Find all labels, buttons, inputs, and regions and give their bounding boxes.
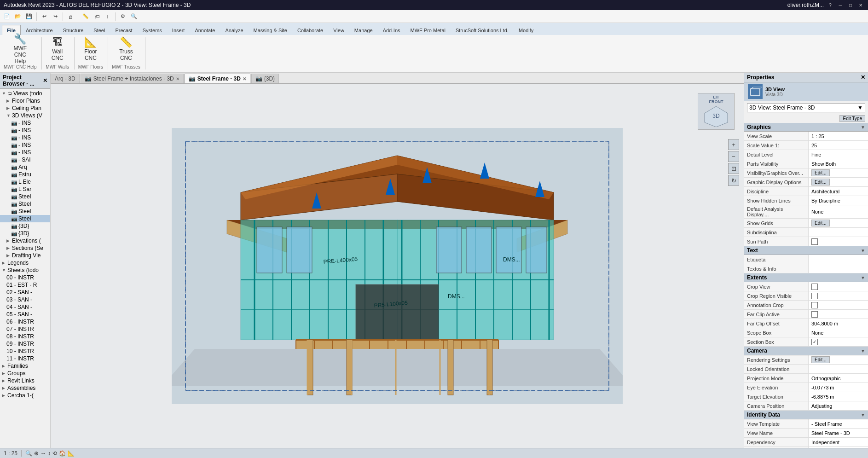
tree-legends[interactable]: ▶ Legends xyxy=(0,259,50,267)
tree-groups[interactable]: ▶ Groups xyxy=(0,370,50,377)
crop-view-checkbox[interactable] xyxy=(811,284,818,290)
tree-sheet-01[interactable]: 01 - EST - R xyxy=(0,281,50,289)
tree-views-root[interactable]: ▼ 🗂 Views (todo xyxy=(0,90,50,97)
tab-3d[interactable]: 📷 {3D} xyxy=(251,74,279,83)
panel-close-icon[interactable]: ✕ xyxy=(43,77,47,84)
tree-families[interactable]: ▶ Families xyxy=(0,362,50,370)
maximize-button[interactable]: □ xyxy=(847,1,854,9)
truss-cnc-button[interactable]: 📏 Truss CNC xyxy=(114,37,138,61)
redo-button[interactable]: ↪ xyxy=(50,12,60,22)
tree-sheet-09[interactable]: 09 - INSTR xyxy=(0,340,50,348)
tree-l-ele[interactable]: 📷 L Ele xyxy=(0,178,50,186)
tree-3d-1[interactable]: 📷 {3D} xyxy=(0,222,50,230)
tree-sheet-00[interactable]: 00 - INSTR xyxy=(0,274,50,281)
status-icon-1[interactable]: 🔍 xyxy=(25,450,32,457)
tab-systems[interactable]: Systems xyxy=(138,25,167,35)
prop-value-eye-elevation[interactable]: -0.0773 m xyxy=(809,383,868,392)
tab-analyze[interactable]: Analyze xyxy=(220,25,248,35)
tab-manage[interactable]: Manage xyxy=(349,25,378,35)
tab-close-steel-frame[interactable]: ✕ xyxy=(243,76,246,81)
view-type-dropdown[interactable]: 3D View: Steel Frame - 3D ▼ xyxy=(747,103,865,112)
undo-button[interactable]: ↩ xyxy=(39,12,49,22)
prop-value-show-hidden-lines[interactable]: By Discipline xyxy=(809,196,868,205)
section-header-camera[interactable]: Camera ▼ xyxy=(744,347,868,355)
tree-sheets[interactable]: ▼ Sheets (todo xyxy=(0,267,50,274)
tree-ins-1[interactable]: 📷 - INS xyxy=(0,119,50,127)
prop-value-view-scale[interactable]: 1 : 25 xyxy=(809,132,868,140)
tree-sheet-07[interactable]: 07 - INSTR xyxy=(0,325,50,333)
measure-button[interactable]: 📏 xyxy=(81,12,91,22)
zoom-in-button[interactable]: + xyxy=(728,139,739,150)
sun-path-checkbox[interactable] xyxy=(811,238,818,245)
print-button[interactable]: 🖨 xyxy=(65,12,75,22)
tree-sheet-04[interactable]: 04 - SAN - xyxy=(0,303,50,311)
help-button[interactable]: ? xyxy=(827,1,834,9)
far-clip-active-checkbox[interactable] xyxy=(811,311,818,318)
tree-assemblies[interactable]: ▶ Assemblies xyxy=(0,384,50,392)
tab-annotate[interactable]: Annotate xyxy=(190,25,220,35)
tree-l-sar[interactable]: 📷 L Sar xyxy=(0,186,50,193)
prop-value-camera-position[interactable]: Adjusting xyxy=(809,401,868,410)
settings-button[interactable]: ⚙ xyxy=(118,12,128,22)
prop-value-far-clip-offset[interactable]: 304.8000 m xyxy=(809,319,868,328)
status-icon-7[interactable]: 📐 xyxy=(68,450,75,457)
tree-sheet-11[interactable]: 11 - INSTR xyxy=(0,355,50,362)
tree-ins-3[interactable]: 📷 - INS xyxy=(0,134,50,141)
tree-revit-links[interactable]: ▶ Revit Links xyxy=(0,377,50,384)
tab-steel-frame-instalaciones[interactable]: 📷 Steel Frame + Instalaciones - 3D ✕ xyxy=(81,74,184,83)
prop-value-scope-box[interactable]: None xyxy=(809,328,868,337)
prop-value-view-template[interactable]: - Steel Frame xyxy=(809,419,868,428)
tab-strucsoft[interactable]: StrucSoft Solutions Ltd. xyxy=(451,25,514,35)
prop-value-detail-level[interactable]: Fine xyxy=(809,150,868,159)
tree-sections[interactable]: ▶ Sections (Se xyxy=(0,244,50,252)
tab-structure[interactable]: Structure xyxy=(58,25,89,35)
close-button[interactable]: ✕ xyxy=(857,1,864,9)
tree-sheet-02[interactable]: 02 - SAN - xyxy=(0,289,50,296)
status-icon-6[interactable]: 🏠 xyxy=(59,450,66,457)
edit-show-grids-button[interactable]: Edit... xyxy=(811,220,830,226)
section-header-text[interactable]: Text ▼ xyxy=(744,246,868,255)
tree-ins-4[interactable]: 📷 - INS xyxy=(0,141,50,149)
tree-steel-3[interactable]: 📷 Steel xyxy=(0,208,50,215)
prop-value-target-elevation[interactable]: -6.8875 m xyxy=(809,392,868,401)
tag-button[interactable]: 🏷 xyxy=(92,12,102,22)
wall-cnc-button[interactable]: 🏗 Wall CNC xyxy=(46,37,69,61)
status-icon-4[interactable]: ↕ xyxy=(48,450,51,457)
tab-collaborate[interactable]: Collaborate xyxy=(292,25,328,35)
tab-close-instalaciones[interactable]: ✕ xyxy=(176,76,179,81)
tab-steel-frame-3d[interactable]: 📷 Steel Frame - 3D ✕ xyxy=(185,74,250,83)
prop-value-view-name[interactable]: Steel Frame - 3D xyxy=(809,429,868,437)
tree-floor-plans[interactable]: ▶ Floor Plans xyxy=(0,97,50,104)
tree-ceiling-plans[interactable]: ▶ Ceiling Plan xyxy=(0,104,50,112)
tree-ins-2[interactable]: 📷 - INS xyxy=(0,127,50,134)
annotation-crop-checkbox[interactable] xyxy=(811,302,818,308)
navigation-cube[interactable]: LIT FRONT 3D xyxy=(698,93,735,130)
tree-steel-2[interactable]: 📷 Steel xyxy=(0,200,50,208)
fit-view-button[interactable]: ⊡ xyxy=(728,163,739,174)
prop-value-discipline[interactable]: Architectural xyxy=(809,187,868,196)
tree-sheet-06[interactable]: 06 - INSTR xyxy=(0,318,50,325)
view-canvas-area[interactable]: PRE-L400x05 PR5-L100x05 DMS... DMS... LI… xyxy=(51,84,744,448)
tree-ins-5[interactable]: 📷 - INS xyxy=(0,149,50,156)
tab-architecture[interactable]: Architecture xyxy=(21,25,58,35)
floor-cnc-button[interactable]: 📐 Floor CNC xyxy=(79,37,103,61)
open-button[interactable]: 📂 xyxy=(13,12,23,22)
tab-precast[interactable]: Precast xyxy=(110,25,137,35)
zoom-out-button[interactable]: − xyxy=(728,151,739,162)
search-button[interactable]: 🔍 xyxy=(129,12,139,22)
tab-addins[interactable]: Add-Ins xyxy=(378,25,405,35)
status-icon-2[interactable]: ⊕ xyxy=(34,450,39,457)
section-header-graphics[interactable]: Graphics ▼ xyxy=(744,123,868,132)
properties-close-icon[interactable]: ✕ xyxy=(861,74,865,81)
prop-value-scale-value[interactable]: 25 xyxy=(809,141,868,150)
section-header-extents[interactable]: Extents ▼ xyxy=(744,273,868,282)
prop-value-dependency[interactable]: Independent xyxy=(809,438,868,446)
tree-sheet-10[interactable]: 10 - INSTR xyxy=(0,348,50,355)
tree-steel-frame-active[interactable]: 📷 Steel xyxy=(0,215,50,222)
tab-mwf-pro[interactable]: MWF Pro Metal xyxy=(405,25,451,35)
edit-graphic-display-button[interactable]: Edit... xyxy=(811,179,830,186)
crop-region-visible-checkbox[interactable] xyxy=(811,293,818,299)
prop-value-etiqueta[interactable] xyxy=(809,255,868,264)
edit-rendering-button[interactable]: Edit... xyxy=(811,356,830,363)
prop-value-projection-mode[interactable]: Orthographic xyxy=(809,374,868,383)
